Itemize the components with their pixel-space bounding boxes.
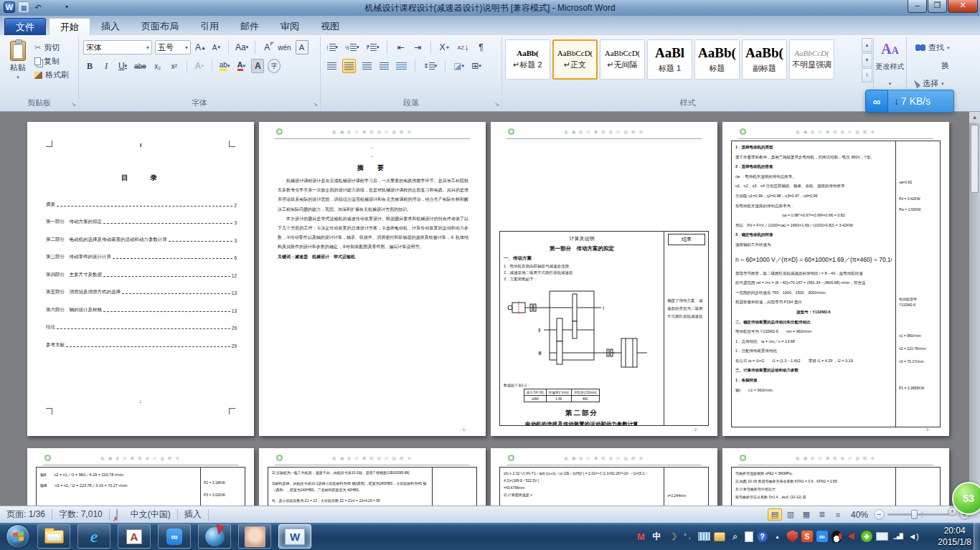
- cut-button[interactable]: ✂剪切: [33, 41, 70, 54]
- baidu-cloud-taskbar-button[interactable]: ∞: [158, 524, 191, 549]
- touch-keyboard-icon[interactable]: [876, 532, 888, 541]
- underline-icon[interactable]: U▾: [116, 59, 129, 73]
- style-scroll-up-icon[interactable]: ▲: [862, 38, 872, 52]
- font-dialog-launcher-icon[interactable]: ↘: [313, 101, 318, 108]
- paragraph-dialog-launcher-icon[interactable]: ↘: [494, 101, 499, 108]
- undo-icon[interactable]: ↶: [32, 1, 44, 13]
- text-effects-icon[interactable]: A▾: [193, 59, 206, 73]
- page-1-toc[interactable]: I 目 录 摘要2第一部分 传动方案的拟定3第二部分 电动机的选择及传动装置的运…: [27, 122, 254, 436]
- style-标题 1[interactable]: AaBl标题 1: [647, 39, 692, 80]
- borders-icon[interactable]: ⊞▾: [470, 59, 483, 73]
- tray-expand-icon[interactable]: ▴: [771, 530, 783, 543]
- decrease-indent-icon[interactable]: ⇤: [394, 40, 407, 54]
- sogou-toolbox-icon[interactable]: [714, 532, 725, 541]
- numbering-icon[interactable]: ½▾: [344, 40, 360, 54]
- tab-页面布局[interactable]: 页面布局: [131, 18, 189, 35]
- internet-explorer-taskbar-button[interactable]: e: [77, 524, 110, 549]
- qq-avatar-taskbar-button[interactable]: [238, 524, 271, 549]
- font-name-combo[interactable]: 宋体▾: [83, 40, 152, 54]
- 360-shield-icon[interactable]: [787, 531, 798, 543]
- line-spacing-icon[interactable]: ⇕▾: [422, 59, 438, 73]
- maximize-button[interactable]: ❐: [928, 0, 947, 13]
- enclose-characters-icon[interactable]: 字: [268, 59, 281, 73]
- page-indicator[interactable]: 页面: 1/36: [0, 508, 52, 521]
- outline-view-icon[interactable]: ≣: [815, 508, 829, 521]
- vertical-scrollbar[interactable]: ▲ ▼: [969, 112, 980, 506]
- justify-icon[interactable]: [377, 59, 390, 73]
- zoom-thumb[interactable]: [911, 510, 918, 519]
- bold-icon[interactable]: B: [83, 59, 96, 73]
- style-gallery-more-icon[interactable]: ⇳: [862, 68, 872, 82]
- phonetic-guide-icon[interactable]: wén: [276, 40, 292, 54]
- strikethrough-icon[interactable]: abe: [133, 59, 148, 73]
- page-5-partial[interactable]: 机 械 设 计 课 程 设 计 说 明 书 轴Ⅱ n2 = n1／i1 = 96…: [27, 448, 254, 506]
- sort-icon[interactable]: AZ↓: [456, 40, 470, 54]
- baidu-cloud-icon[interactable]: ∞: [816, 531, 828, 542]
- scroll-up-icon[interactable]: ▲: [969, 112, 980, 123]
- punctuation-icon[interactable]: °，: [682, 530, 694, 543]
- character-shading-icon[interactable]: A: [251, 59, 264, 73]
- style-scroll-down-icon[interactable]: ▼: [862, 53, 872, 67]
- zoom-out-icon[interactable]: −: [874, 509, 885, 520]
- draft-view-icon[interactable]: ≡: [831, 508, 845, 521]
- style-副标题[interactable]: AaBb(副标题: [742, 39, 787, 80]
- bubble-plus-icon[interactable]: +: [948, 507, 957, 516]
- change-case-icon[interactable]: Aa▾: [234, 40, 250, 54]
- tab-邮件[interactable]: 邮件: [230, 18, 270, 35]
- minimize-button[interactable]: –: [908, 0, 927, 13]
- asian-layout-icon[interactable]: X✦: [438, 40, 451, 54]
- page-8-partial[interactable]: 机 械 设 计 课 程 设 计 说 明 书 弯曲疲劳强度极限 σFE2 = 38…: [722, 448, 949, 506]
- print-layout-view-icon[interactable]: ▤: [768, 508, 782, 521]
- page-7-partial[interactable]: 机 械 设 计 课 程 设 计 说 明 书 d1t ≥ 2.32 ³√[ (Kt…: [491, 448, 717, 506]
- align-center-icon[interactable]: [342, 59, 356, 73]
- taskbar-clock[interactable]: 20:04 2015/1/8: [938, 525, 971, 548]
- tab-引用[interactable]: 引用: [189, 18, 230, 35]
- superscript-icon[interactable]: x²: [168, 59, 181, 73]
- moon-icon[interactable]: ☽: [666, 530, 679, 543]
- explorer-taskbar-button[interactable]: [37, 524, 70, 549]
- distribute-icon[interactable]: [395, 59, 408, 73]
- volume-icon[interactable]: ◄): [908, 530, 920, 543]
- spellcheck-status-icon[interactable]: [110, 510, 124, 520]
- word-app-icon[interactable]: W: [4, 1, 15, 13]
- shrink-font-icon[interactable]: A▼: [210, 40, 223, 54]
- highlight-icon[interactable]: ab▾: [218, 59, 232, 73]
- insert-mode-indicator[interactable]: 插入: [178, 508, 208, 521]
- page-6-partial[interactable]: 机 械 设 计 课 程 设 计 说 明 书 2) 运输机为一般工作机器，速度不高…: [259, 448, 486, 506]
- style-不明显强调[interactable]: AaBbCcD(不明显强调: [789, 39, 834, 80]
- tab-开始[interactable]: 开始: [49, 18, 90, 35]
- copy-button[interactable]: 复制: [33, 54, 70, 68]
- paste-dropdown-icon[interactable]: ▾: [17, 75, 19, 80]
- start-button[interactable]: [6, 524, 30, 549]
- close-button[interactable]: ✕: [948, 0, 978, 13]
- style-正文[interactable]: AaBbCcD(↵正文: [552, 39, 598, 80]
- paste-button[interactable]: 粘贴 ▾: [4, 41, 32, 80]
- zoom-level[interactable]: 40%: [845, 510, 874, 520]
- green-shield-icon[interactable]: ✚: [861, 531, 872, 542]
- document-icon[interactable]: [745, 531, 753, 542]
- shading-icon[interactable]: ◪▾: [452, 59, 466, 73]
- tab-插入[interactable]: 插入: [90, 18, 131, 35]
- network-speed-overlay[interactable]: ∞ ↓7 KB/s: [865, 90, 954, 113]
- word-count[interactable]: 字数: 7,010: [52, 508, 109, 521]
- sogou-icon[interactable]: S: [801, 531, 813, 542]
- search-icon[interactable]: ⌕: [729, 530, 741, 543]
- save-icon[interactable]: ▦: [18, 1, 29, 13]
- signal-icon[interactable]: ▁▄█: [892, 530, 904, 543]
- character-border-icon[interactable]: A: [296, 40, 308, 54]
- italic-icon[interactable]: I: [100, 59, 113, 73]
- font-color-icon[interactable]: A▾: [235, 59, 248, 73]
- align-right-icon[interactable]: [360, 59, 373, 73]
- grow-font-icon[interactable]: A▲: [194, 40, 207, 54]
- style-标题 2[interactable]: AaBb(↵标题 2: [505, 39, 550, 80]
- language-indicator[interactable]: 中文(中国): [124, 508, 177, 521]
- subscript-icon[interactable]: x₂: [151, 59, 164, 73]
- style-标题[interactable]: AaBb(标题: [694, 39, 740, 80]
- help-icon[interactable]: ?: [757, 531, 768, 542]
- redo-icon[interactable]: ↷: [47, 1, 58, 13]
- page-4-motor-calc[interactable]: 机 械 设 计 课 程 设 计 说 明 书 1．选择电动机的类型按工作要求和条件…: [722, 122, 949, 436]
- bullets-icon[interactable]: ⁝▾: [325, 40, 339, 54]
- show-marks-icon[interactable]: ¶: [474, 40, 487, 54]
- word-taskbar-button[interactable]: W: [278, 524, 311, 549]
- autocad-taskbar-button[interactable]: A: [118, 524, 151, 549]
